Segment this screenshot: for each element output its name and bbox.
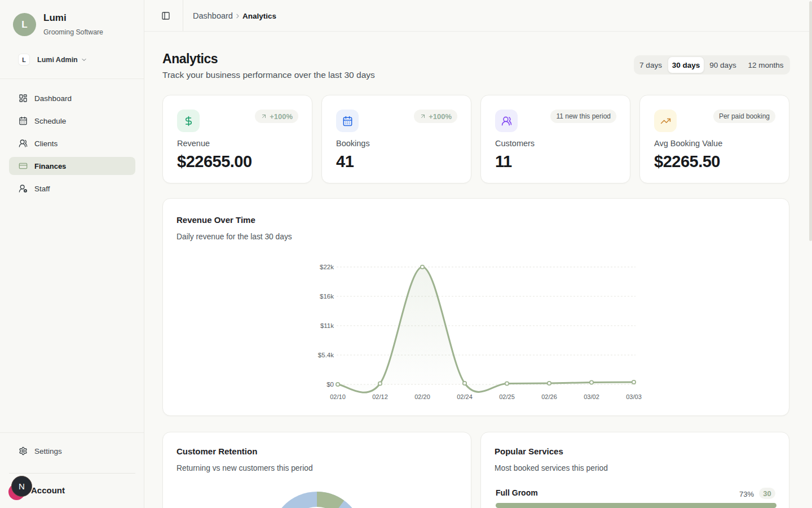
svg-text:02/12: 02/12 bbox=[372, 393, 388, 400]
svg-text:$11k: $11k bbox=[320, 322, 334, 329]
svg-text:$16k: $16k bbox=[320, 293, 334, 300]
svg-text:02/20: 02/20 bbox=[414, 393, 430, 400]
svg-text:$22k: $22k bbox=[320, 264, 334, 270]
svg-text:$5.4k: $5.4k bbox=[318, 352, 334, 358]
svg-text:02/25: 02/25 bbox=[499, 393, 515, 400]
svg-text:$0: $0 bbox=[326, 381, 334, 388]
svg-text:03/02: 03/02 bbox=[584, 393, 599, 400]
svg-text:02/26: 02/26 bbox=[541, 393, 557, 400]
svg-text:02/10: 02/10 bbox=[330, 393, 346, 400]
svg-text:03/03: 03/03 bbox=[626, 393, 642, 400]
svg-text:02/24: 02/24 bbox=[457, 393, 473, 400]
